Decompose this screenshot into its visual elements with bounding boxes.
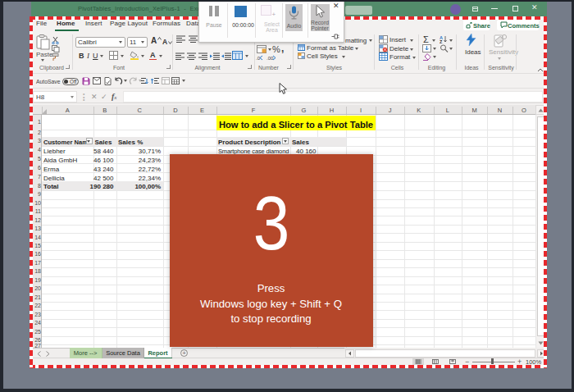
- svg-text:.00: .00: [266, 56, 274, 61]
- svg-text:.0: .0: [256, 56, 261, 61]
